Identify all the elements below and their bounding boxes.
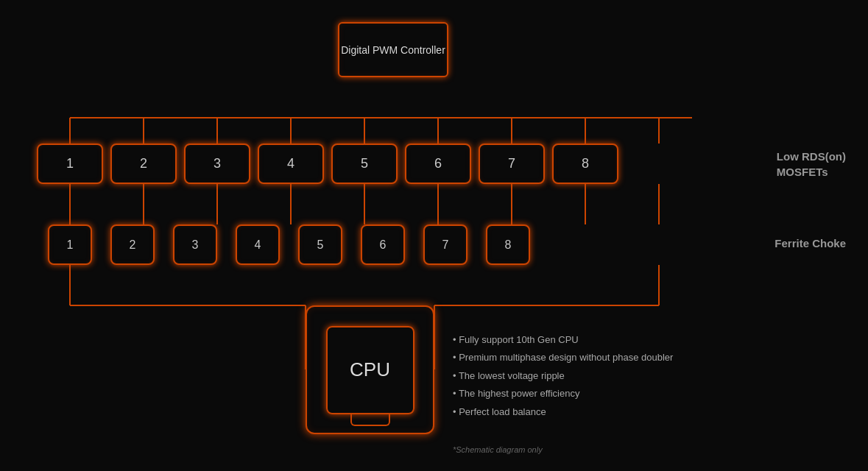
- choke-7: 7: [423, 224, 467, 265]
- mosfet-3: 3: [184, 144, 250, 184]
- diagram-container: Digital PWM Controller 1 2 3 4 5 6 7 8 L…: [0, 0, 868, 471]
- choke-8: 8: [486, 224, 530, 265]
- mosfet-6: 6: [405, 144, 471, 184]
- mosfet-2: 2: [110, 144, 177, 184]
- pwm-controller-box: Digital PWM Controller: [338, 22, 448, 77]
- info-bullet-5: • Perfect load balance: [453, 403, 673, 420]
- choke-6: 6: [361, 224, 405, 265]
- choke-4: 4: [236, 224, 280, 265]
- choke-3: 3: [173, 224, 217, 265]
- info-bullet-4: • The highest power efficiency: [453, 385, 673, 402]
- choke-5: 5: [298, 224, 342, 265]
- mosfet-7: 7: [479, 144, 545, 184]
- choke-label: Ferrite Choke: [775, 237, 846, 249]
- choke-1: 1: [48, 224, 92, 265]
- mosfet-label: Low RDS(on) MOSFETs: [777, 149, 846, 180]
- info-bullet-2: • Premium multiphase design without phas…: [453, 349, 673, 366]
- cpu-outer-box: CPU: [306, 305, 434, 434]
- choke-row: 1 2 3 4 5 6 7 8: [48, 224, 530, 265]
- mosfet-5: 5: [331, 144, 398, 184]
- pwm-controller-label: Digital PWM Controller: [341, 44, 445, 56]
- mosfet-8: 8: [552, 144, 618, 184]
- schematic-note: *Schematic diagram only: [453, 445, 543, 454]
- info-bullet-1: • Fully support 10th Gen CPU: [453, 331, 673, 348]
- info-bullet-3: • The lowest voltage ripple: [453, 367, 673, 384]
- choke-2: 2: [110, 224, 155, 265]
- mosfet-row: 1 2 3 4 5 6 7 8: [37, 144, 618, 184]
- cpu-label: CPU: [350, 358, 390, 381]
- cpu-inner-box: CPU: [326, 326, 414, 414]
- choke-label-text: Ferrite Choke: [775, 237, 846, 249]
- mosfet-4: 4: [258, 144, 324, 184]
- mosfet-1: 1: [37, 144, 103, 184]
- info-text-block: • Fully support 10th Gen CPU • Premium m…: [453, 331, 673, 421]
